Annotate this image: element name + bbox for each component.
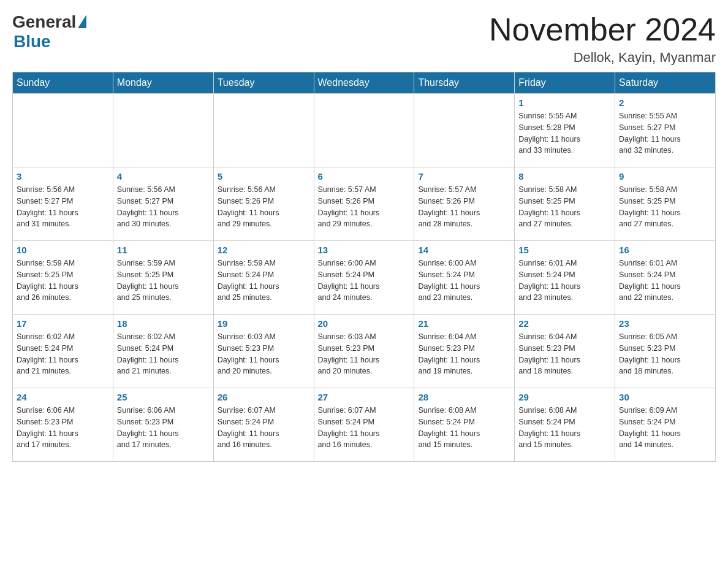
day-info: Sunrise: 5:55 AMSunset: 5:28 PMDaylight:… xyxy=(518,110,611,156)
calendar-cell: 8Sunrise: 5:58 AMSunset: 5:25 PMDaylight… xyxy=(515,167,615,241)
day-number: 23 xyxy=(619,318,711,329)
day-info: Sunrise: 6:09 AMSunset: 5:24 PMDaylight:… xyxy=(619,405,711,451)
calendar-cell: 10Sunrise: 5:59 AMSunset: 5:25 PMDayligh… xyxy=(13,241,113,315)
day-number: 10 xyxy=(17,245,109,255)
calendar-cell: 25Sunrise: 6:06 AMSunset: 5:23 PMDayligh… xyxy=(113,388,213,462)
logo: General Blue xyxy=(12,12,86,52)
calendar-cell: 29Sunrise: 6:08 AMSunset: 5:24 PMDayligh… xyxy=(515,388,615,462)
day-info: Sunrise: 5:59 AMSunset: 5:25 PMDaylight:… xyxy=(17,258,109,304)
weekday-header-monday: Monday xyxy=(113,72,213,94)
day-number: 16 xyxy=(619,245,711,255)
logo-general-text: General xyxy=(12,12,76,32)
day-number: 21 xyxy=(418,318,510,329)
calendar-table: SundayMondayTuesdayWednesdayThursdayFrid… xyxy=(12,72,716,462)
day-number: 25 xyxy=(117,392,210,402)
day-info: Sunrise: 6:06 AMSunset: 5:23 PMDaylight:… xyxy=(17,405,109,451)
calendar-cell: 5Sunrise: 5:56 AMSunset: 5:26 PMDaylight… xyxy=(213,167,314,241)
calendar-cell: 21Sunrise: 6:04 AMSunset: 5:23 PMDayligh… xyxy=(414,315,515,388)
day-info: Sunrise: 6:01 AMSunset: 5:24 PMDaylight:… xyxy=(619,258,711,304)
day-number: 7 xyxy=(418,171,510,182)
day-number: 30 xyxy=(619,392,711,402)
calendar-cell: 30Sunrise: 6:09 AMSunset: 5:24 PMDayligh… xyxy=(615,388,716,462)
day-info: Sunrise: 6:08 AMSunset: 5:24 PMDaylight:… xyxy=(518,405,611,451)
month-title: November 2024 xyxy=(489,12,716,47)
week-row-2: 3Sunrise: 5:56 AMSunset: 5:27 PMDaylight… xyxy=(13,167,716,241)
calendar-cell: 23Sunrise: 6:05 AMSunset: 5:23 PMDayligh… xyxy=(615,315,716,388)
day-info: Sunrise: 5:57 AMSunset: 5:26 PMDaylight:… xyxy=(418,184,510,230)
calendar-cell: 13Sunrise: 6:00 AMSunset: 5:24 PMDayligh… xyxy=(314,241,414,315)
day-number: 15 xyxy=(518,245,611,255)
calendar-cell: 22Sunrise: 6:04 AMSunset: 5:23 PMDayligh… xyxy=(515,315,615,388)
calendar-cell: 6Sunrise: 5:57 AMSunset: 5:26 PMDaylight… xyxy=(314,167,414,241)
day-number: 28 xyxy=(418,392,510,402)
day-info: Sunrise: 6:08 AMSunset: 5:24 PMDaylight:… xyxy=(418,405,510,451)
day-number: 6 xyxy=(318,171,411,182)
week-row-1: 1Sunrise: 5:55 AMSunset: 5:28 PMDaylight… xyxy=(13,94,716,167)
day-number: 14 xyxy=(418,245,510,255)
day-number: 8 xyxy=(518,171,611,182)
day-info: Sunrise: 6:07 AMSunset: 5:24 PMDaylight:… xyxy=(318,405,411,451)
weekday-header-friday: Friday xyxy=(515,72,615,94)
day-info: Sunrise: 6:01 AMSunset: 5:24 PMDaylight:… xyxy=(518,258,611,304)
day-number: 2 xyxy=(619,98,711,108)
weekday-header-sunday: Sunday xyxy=(13,72,113,94)
weekday-header-tuesday: Tuesday xyxy=(213,72,314,94)
day-info: Sunrise: 6:04 AMSunset: 5:23 PMDaylight:… xyxy=(418,331,510,377)
day-number: 17 xyxy=(17,318,109,329)
calendar-cell: 27Sunrise: 6:07 AMSunset: 5:24 PMDayligh… xyxy=(314,388,414,462)
location-title: Dellok, Kayin, Myanmar xyxy=(489,50,716,66)
day-info: Sunrise: 6:06 AMSunset: 5:23 PMDaylight:… xyxy=(117,405,210,451)
day-info: Sunrise: 6:03 AMSunset: 5:23 PMDaylight:… xyxy=(218,331,310,377)
day-number: 11 xyxy=(117,245,210,255)
calendar-cell: 17Sunrise: 6:02 AMSunset: 5:24 PMDayligh… xyxy=(13,315,113,388)
day-info: Sunrise: 6:00 AMSunset: 5:24 PMDaylight:… xyxy=(418,258,510,304)
calendar-cell: 12Sunrise: 5:59 AMSunset: 5:24 PMDayligh… xyxy=(213,241,314,315)
day-number: 24 xyxy=(17,392,109,402)
day-number: 19 xyxy=(218,318,310,329)
day-info: Sunrise: 5:55 AMSunset: 5:27 PMDaylight:… xyxy=(619,110,711,156)
calendar-cell: 20Sunrise: 6:03 AMSunset: 5:23 PMDayligh… xyxy=(314,315,414,388)
calendar-cell xyxy=(113,94,213,167)
calendar-cell xyxy=(314,94,414,167)
day-info: Sunrise: 6:02 AMSunset: 5:24 PMDaylight:… xyxy=(117,331,210,377)
calendar-cell: 16Sunrise: 6:01 AMSunset: 5:24 PMDayligh… xyxy=(615,241,716,315)
weekday-header-wednesday: Wednesday xyxy=(314,72,414,94)
day-info: Sunrise: 5:56 AMSunset: 5:26 PMDaylight:… xyxy=(218,184,310,230)
day-number: 5 xyxy=(218,171,310,182)
calendar-cell xyxy=(13,94,113,167)
calendar-cell: 2Sunrise: 5:55 AMSunset: 5:27 PMDaylight… xyxy=(615,94,716,167)
day-number: 1 xyxy=(518,98,611,108)
day-number: 4 xyxy=(117,171,210,182)
calendar-cell: 11Sunrise: 5:59 AMSunset: 5:25 PMDayligh… xyxy=(113,241,213,315)
day-info: Sunrise: 5:57 AMSunset: 5:26 PMDaylight:… xyxy=(318,184,411,230)
day-number: 22 xyxy=(518,318,611,329)
day-info: Sunrise: 6:04 AMSunset: 5:23 PMDaylight:… xyxy=(518,331,611,377)
calendar-cell: 15Sunrise: 6:01 AMSunset: 5:24 PMDayligh… xyxy=(515,241,615,315)
day-info: Sunrise: 6:00 AMSunset: 5:24 PMDaylight:… xyxy=(318,258,411,304)
calendar-cell: 9Sunrise: 5:58 AMSunset: 5:25 PMDaylight… xyxy=(615,167,716,241)
day-info: Sunrise: 5:59 AMSunset: 5:25 PMDaylight:… xyxy=(117,258,210,304)
day-info: Sunrise: 5:56 AMSunset: 5:27 PMDaylight:… xyxy=(117,184,210,230)
calendar-cell: 18Sunrise: 6:02 AMSunset: 5:24 PMDayligh… xyxy=(113,315,213,388)
calendar-cell: 19Sunrise: 6:03 AMSunset: 5:23 PMDayligh… xyxy=(213,315,314,388)
calendar-cell: 7Sunrise: 5:57 AMSunset: 5:26 PMDaylight… xyxy=(414,167,515,241)
calendar-cell: 26Sunrise: 6:07 AMSunset: 5:24 PMDayligh… xyxy=(213,388,314,462)
day-number: 3 xyxy=(17,171,109,182)
calendar-cell: 28Sunrise: 6:08 AMSunset: 5:24 PMDayligh… xyxy=(414,388,515,462)
day-info: Sunrise: 5:56 AMSunset: 5:27 PMDaylight:… xyxy=(17,184,109,230)
week-row-3: 10Sunrise: 5:59 AMSunset: 5:25 PMDayligh… xyxy=(13,241,716,315)
day-number: 13 xyxy=(318,245,411,255)
calendar-cell: 24Sunrise: 6:06 AMSunset: 5:23 PMDayligh… xyxy=(13,388,113,462)
weekday-header-row: SundayMondayTuesdayWednesdayThursdayFrid… xyxy=(13,72,716,94)
day-info: Sunrise: 6:05 AMSunset: 5:23 PMDaylight:… xyxy=(619,331,711,377)
day-number: 12 xyxy=(218,245,310,255)
day-number: 29 xyxy=(518,392,611,402)
weekday-header-saturday: Saturday xyxy=(615,72,716,94)
calendar-cell: 1Sunrise: 5:55 AMSunset: 5:28 PMDaylight… xyxy=(515,94,615,167)
title-area: November 2024 Dellok, Kayin, Myanmar xyxy=(489,12,716,66)
day-number: 27 xyxy=(318,392,411,402)
day-number: 18 xyxy=(117,318,210,329)
page-header: General Blue November 2024 Dellok, Kayin… xyxy=(12,12,716,66)
calendar-cell: 14Sunrise: 6:00 AMSunset: 5:24 PMDayligh… xyxy=(414,241,515,315)
day-info: Sunrise: 5:59 AMSunset: 5:24 PMDaylight:… xyxy=(218,258,310,304)
